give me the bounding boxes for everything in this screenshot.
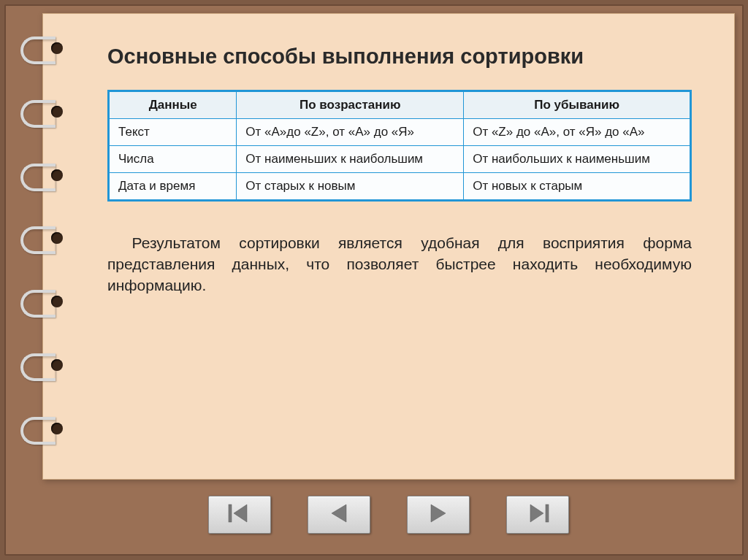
cell: Текст: [109, 118, 237, 145]
sorting-table: Данные По возрастанию По убыванию Текст …: [107, 90, 692, 202]
play-back-icon: [324, 502, 354, 528]
slide-title: Основные способы выполнения сортировки: [107, 43, 692, 71]
cell: От «A»до «Z», от «А» до «Я»: [237, 118, 464, 145]
binder-ring: [20, 159, 64, 190]
table-row: Текст От «A»до «Z», от «А» до «Я» От «Z»…: [109, 118, 691, 145]
next-slide-button[interactable]: [407, 496, 470, 534]
col-header-desc: По убыванию: [464, 91, 691, 118]
binder-ring: [20, 413, 64, 443]
binder-ring: [20, 349, 64, 380]
play-forward-icon: [424, 502, 453, 528]
skip-forward-icon: [523, 502, 552, 528]
col-header-data: Данные: [109, 91, 237, 118]
cell: Числа: [109, 145, 237, 172]
nav-bar: [42, 491, 735, 538]
binder-ring: [20, 285, 64, 316]
prev-slide-button[interactable]: [308, 496, 370, 534]
binder-ring: [20, 32, 64, 63]
cell: От новых к старым: [464, 172, 691, 200]
svg-rect-0: [229, 505, 232, 522]
skip-back-icon: [225, 502, 254, 528]
binder-ring: [20, 222, 64, 253]
spiral-binding: [20, 15, 64, 472]
col-header-asc: По возрастанию: [237, 91, 464, 118]
cell: Дата и время: [109, 172, 237, 200]
binder-ring: [20, 96, 64, 126]
table-row: Дата и время От старых к новым От новых …: [109, 172, 691, 200]
svg-rect-1: [546, 505, 549, 522]
first-slide-button[interactable]: [208, 496, 271, 534]
table-row: Числа От наименьших к наибольшим От наиб…: [109, 145, 691, 172]
cell: От наибольших к наименьшим: [464, 145, 691, 172]
cell: От «Z» до «A», от «Я» до «А»: [464, 118, 691, 145]
cell: От старых к новым: [237, 172, 464, 200]
last-slide-button[interactable]: [506, 496, 569, 534]
summary-text: Результатом сортировки является удобная …: [107, 232, 692, 296]
slide-content: Основные способы выполнения сортировки Д…: [42, 13, 735, 480]
cell: От наименьших к наибольшим: [237, 145, 464, 172]
